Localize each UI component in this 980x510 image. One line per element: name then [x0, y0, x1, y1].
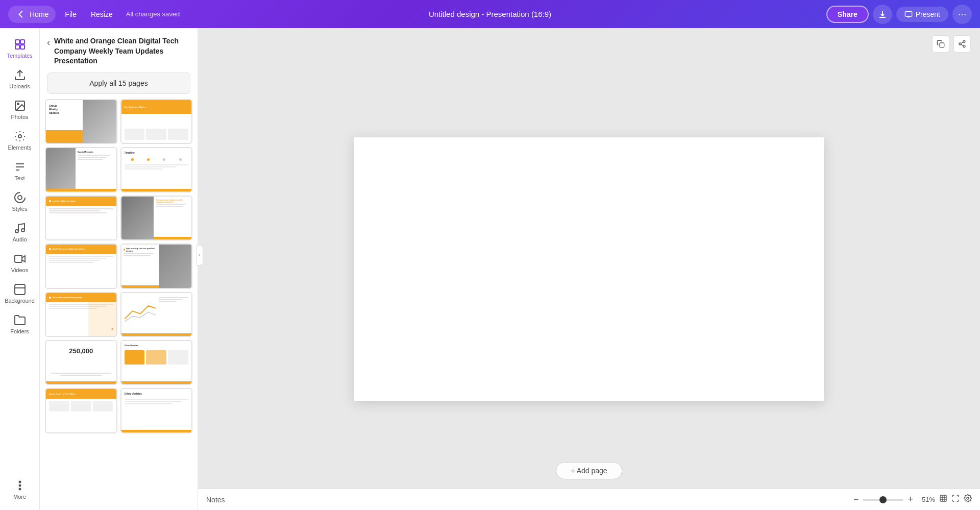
svg-point-10 [15, 230, 18, 233]
fit-button[interactable] [939, 494, 947, 505]
fullscreen-button[interactable] [951, 494, 960, 505]
sidebar-item-templates[interactable]: Templates [0, 33, 39, 64]
thumb9-title: Survey existing community groups [53, 297, 82, 299]
svg-point-20 [963, 45, 965, 47]
apply-all-button[interactable]: Apply all 15 pages [47, 72, 190, 94]
sidebar-item-more[interactable]: More [0, 474, 39, 505]
sidebar-item-folders[interactable]: Folders [0, 309, 39, 339]
sidebar-item-uploads[interactable]: Uploads [0, 64, 39, 94]
svg-point-8 [18, 135, 21, 138]
left-sidebar: Templates Uploads Photos Elements Text S… [0, 28, 40, 510]
nav-right: Share Present ··· [826, 5, 972, 24]
home-button[interactable]: Home [8, 6, 56, 23]
panel-collapse-button[interactable]: ‹ [196, 245, 203, 265]
canvas-share-button[interactable] [953, 35, 971, 53]
sidebar-item-background[interactable]: Background [0, 278, 39, 309]
svg-point-11 [21, 229, 24, 232]
zoom-thumb[interactable] [879, 496, 887, 503]
zoom-percent: 51% [917, 496, 935, 503]
thumb12-title: Other Updates [125, 344, 139, 347]
add-page-bar: + Add page [198, 462, 980, 479]
template-thumb-10[interactable] [120, 292, 193, 337]
svg-point-19 [959, 43, 961, 45]
template-thumb-4[interactable]: Timeline [120, 147, 193, 192]
template-thumb-7[interactable]: Apply license for collaboration feature [45, 244, 117, 288]
present-button[interactable]: Present [896, 7, 948, 22]
thumb9-number: • [111, 326, 113, 332]
svg-rect-17 [940, 43, 944, 47]
download-button[interactable] [873, 5, 892, 24]
sidebar-item-text[interactable]: Text [0, 156, 39, 186]
template-thumb-11[interactable]: 250,000 [45, 340, 117, 385]
sidebar-label-styles: Styles [12, 206, 28, 212]
sidebar-item-videos[interactable]: Videos [0, 248, 39, 278]
thumb14-title: Other Updates [125, 392, 142, 395]
zoom-slider[interactable] [863, 499, 903, 501]
sidebar-item-elements[interactable]: Elements [0, 125, 39, 156]
svg-point-7 [17, 103, 19, 105]
add-page-button[interactable]: + Add page [556, 462, 622, 479]
zoom-in-button[interactable]: + [908, 494, 913, 505]
svg-rect-1 [15, 40, 19, 44]
thumb7-title: Apply license for collaboration feature [53, 248, 85, 250]
settings-button[interactable] [964, 494, 972, 505]
sidebar-label-templates: Templates [7, 53, 32, 59]
svg-rect-3 [15, 45, 19, 49]
sidebar-label-text: Text [14, 175, 24, 181]
sidebar-label-background: Background [5, 298, 35, 304]
slide-canvas [354, 137, 824, 401]
template-thumb-13[interactable]: Action Items for Next Week [45, 388, 117, 433]
thumb3-title: Special Projects [78, 151, 114, 153]
sidebar-label-audio: Audio [12, 236, 27, 242]
template-thumb-2[interactable]: Our Goals at a Glance [120, 99, 193, 144]
thumb4-title: Timeline [125, 151, 135, 154]
document-title: Untitled design - Presentation (16:9) [429, 10, 551, 18]
canvas-toolbar [932, 35, 971, 53]
sidebar-item-audio[interactable]: Audio [0, 217, 39, 248]
template-thumb-5[interactable]: Launch mobile app support [45, 196, 117, 240]
template-thumb-3[interactable]: Special Projects [45, 147, 117, 192]
zoom-out-button[interactable]: − [853, 494, 859, 505]
top-more-button[interactable]: ··· [952, 5, 972, 24]
sidebar-label-photos: Photos [11, 114, 28, 120]
svg-rect-0 [905, 11, 912, 16]
svg-rect-2 [20, 40, 24, 44]
sidebar-label-more: More [13, 494, 26, 500]
resize-button[interactable]: Resize [86, 7, 118, 21]
sidebar-label-folders: Folders [10, 328, 29, 334]
sidebar-label-uploads: Uploads [9, 83, 30, 89]
panel-back-button[interactable]: ‹ [47, 37, 50, 48]
svg-rect-23 [940, 495, 946, 501]
saved-status: All changes saved [126, 10, 180, 18]
thumb13-title: Action Items for Next Week [49, 393, 76, 395]
notes-label[interactable]: Notes [206, 496, 225, 504]
template-thumb-8[interactable]: App mockup use our product design [120, 244, 193, 288]
file-button[interactable]: File [60, 7, 82, 21]
main-canvas-area: + Add page [198, 28, 980, 510]
sidebar-item-photos[interactable]: Photos [0, 94, 39, 125]
svg-rect-12 [15, 255, 22, 262]
template-thumb-12[interactable]: Other Updates [120, 340, 193, 385]
template-thumb-1[interactable]: GroupWeeklyUpdates [45, 99, 117, 144]
svg-point-14 [19, 481, 20, 483]
svg-rect-13 [15, 284, 25, 295]
svg-point-18 [963, 40, 965, 42]
thumb5-title: Launch mobile app support [53, 200, 76, 202]
templates-panel: ‹ White and Orange Clean Digital Tech Co… [40, 28, 198, 510]
zoom-controls: − + 51% [853, 494, 972, 505]
sidebar-label-videos: Videos [11, 267, 28, 273]
svg-point-15 [19, 485, 20, 487]
share-button[interactable]: Share [826, 6, 869, 23]
sidebar-item-styles[interactable]: Styles [0, 186, 39, 217]
thumb1-title: GroupWeeklyUpdates [49, 104, 59, 115]
top-navigation: Home File Resize All changes saved Untit… [0, 0, 980, 28]
svg-line-22 [961, 42, 964, 43]
template-thumb-14[interactable]: Other Updates [120, 388, 193, 433]
thumbnails-grid: GroupWeeklyUpdates Our Goals at a Glance [40, 99, 198, 444]
template-thumb-9[interactable]: Survey existing community groups • [45, 292, 117, 337]
panel-header: ‹ White and Orange Clean Digital Tech Co… [40, 28, 198, 70]
canvas-copy-button[interactable] [932, 35, 949, 53]
svg-line-21 [961, 44, 964, 46]
svg-point-16 [19, 489, 20, 490]
template-thumb-6[interactable]: Get experience making from the engineeri… [120, 196, 193, 240]
